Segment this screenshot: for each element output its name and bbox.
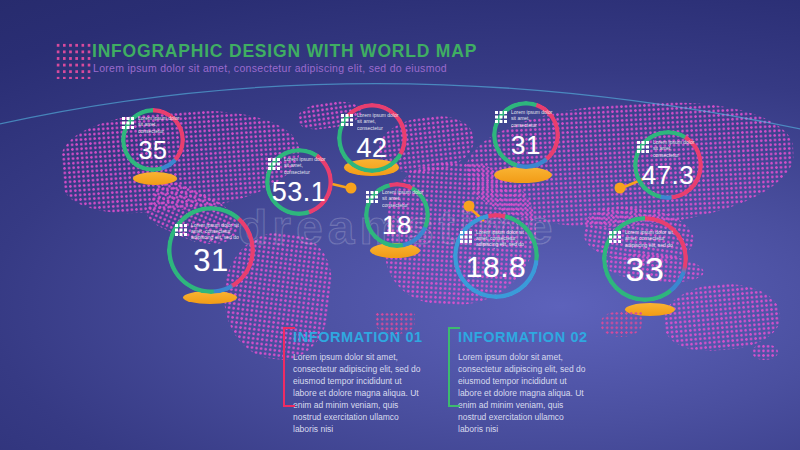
- info-section-02: INFORMATION 02 Lorem ipsum dolor sit ame…: [448, 325, 598, 435]
- grid-icon: [609, 231, 612, 234]
- marker-description: Lorem ipsum dolor sit amet, consectetur …: [382, 189, 428, 209]
- info-bracket-icon: [283, 327, 295, 407]
- marker-description: Lorem ipsum dolor sit amet, consectetur …: [476, 229, 532, 249]
- info-section-01: INFORMATION 01 Lorem ipsum dolor sit ame…: [283, 325, 433, 435]
- marker-description: Lorem ipsum dolor sit amet, consectetur …: [625, 229, 681, 249]
- grid-icon: [495, 111, 498, 114]
- map-marker-18-8: Lorem ipsum dolor sit amet, consectetur …: [453, 213, 539, 299]
- deco-dot-cluster-icon: [600, 311, 642, 337]
- grid-icon: [460, 231, 463, 234]
- marker-description: Lorem ipsum dolor sit amet, consectetur …: [138, 115, 184, 135]
- map-marker-53-1: Lorem ipsum dolor sit amet, consectetur …: [265, 148, 333, 216]
- callout-dot-icon: [346, 183, 357, 194]
- marker-value: 47.3: [642, 160, 695, 191]
- marker-description: Lorem ipsum dolor sit amet, consectetur …: [653, 139, 699, 159]
- map-marker-42: Lorem ipsum dolor sit amet, consectetur …: [337, 103, 407, 173]
- grid-icon: [366, 191, 369, 194]
- map-marker-31-top: Lorem ipsum dolor sit amet, consectetur …: [492, 101, 560, 169]
- info-title: INFORMATION 02: [458, 329, 598, 345]
- map-marker-31-bottom: Lorem ipsum dolor sit amet, consectetur …: [167, 206, 255, 294]
- marker-value: 33: [626, 250, 665, 289]
- marker-value: 53.1: [272, 177, 327, 208]
- marker-value: 35: [139, 136, 168, 165]
- map-marker-35: Lorem ipsum dolor sit amet, consectetur …: [121, 108, 185, 172]
- map-marker-47-3: Lorem ipsum dolor sit amet, consectetur …: [633, 130, 703, 200]
- marker-value: 31: [193, 243, 228, 279]
- marker-description: Lorem ipsum dolor sit amet, consectetur …: [511, 109, 557, 129]
- infographic-canvas: INFOGRAPHIC DESIGN WITH WORLD MAP Lorem …: [0, 0, 800, 450]
- marker-value: 18.8: [466, 250, 526, 284]
- grid-icon: [637, 141, 640, 144]
- info-title: INFORMATION 01: [293, 329, 433, 345]
- marker-description: Lorem ipsum dolor sit amet, consectetur …: [357, 112, 403, 132]
- grid-icon: [268, 158, 271, 161]
- info-body: Lorem ipsum dolor sit amet, consectetur …: [458, 351, 590, 435]
- grid-icon: [122, 117, 125, 120]
- grid-icon: [341, 114, 344, 117]
- marker-description: Lorem ipsum dolor sit amet, consectetur …: [191, 222, 247, 242]
- callout-dot-icon: [615, 183, 626, 194]
- grid-icon: [175, 224, 178, 227]
- info-bracket-icon: [448, 327, 460, 407]
- info-body: Lorem ipsum dolor sit amet, consectetur …: [293, 351, 425, 435]
- marker-description: Lorem ipsum dolor sit amet, consectetur …: [284, 156, 330, 176]
- map-marker-33: Lorem ipsum dolor sit amet, consectetur …: [602, 216, 688, 302]
- map-marker-18: Lorem ipsum dolor sit amet, consectetur …: [364, 182, 430, 248]
- marker-value: 18: [382, 210, 412, 241]
- marker-value: 31: [511, 130, 541, 161]
- marker-value: 42: [356, 133, 387, 164]
- callout-dot-icon: [464, 201, 475, 212]
